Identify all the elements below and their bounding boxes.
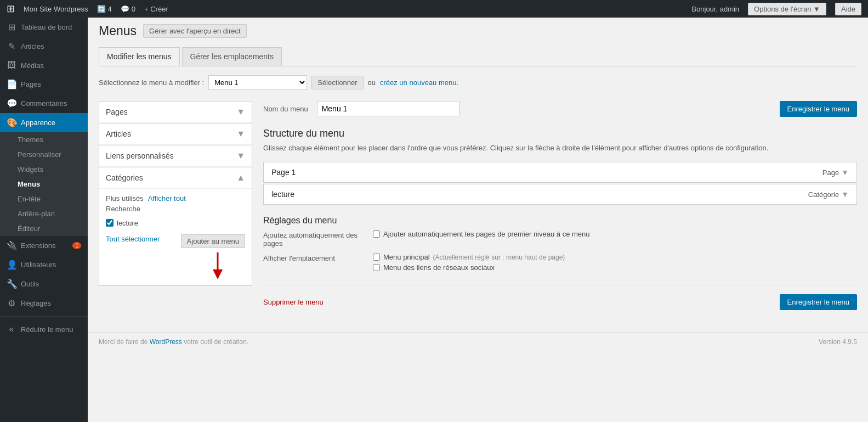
submenu-item-en-tete[interactable]: En-tête [0, 192, 88, 206]
search-label: Recherche [106, 205, 245, 213]
menu-item-row-page1: Page 1 Page ▼ [263, 162, 857, 183]
menu-name-label: Nom du menu [263, 105, 308, 113]
accordion-categories-arrow-icon: ▲ [236, 173, 245, 183]
greeting: Bonjour, admin [691, 5, 739, 13]
accordion-categories-label: Catégories [106, 173, 143, 182]
extensions-badge: 1 [72, 242, 81, 249]
menu-item-type-page1: Page [822, 168, 839, 177]
sidebar-item-label: Outils [21, 280, 81, 288]
menu-principal-text: Menu principal [383, 253, 430, 261]
site-name[interactable]: Mon Site Wordpress [24, 5, 88, 13]
outils-icon: 🔧 [7, 279, 16, 289]
or-text: ou [368, 78, 376, 87]
accordion-liens: Liens personnalisés ▼ [99, 145, 252, 167]
select-menu-button[interactable]: Sélectionner [311, 76, 363, 89]
tab-modifier[interactable]: Modifier les menus [99, 47, 180, 66]
categories-footer: Tout sélectionner Ajouter au menu [106, 234, 245, 248]
most-used-button[interactable]: Plus utilisés [106, 194, 144, 202]
articles-icon: ✎ [7, 41, 16, 52]
sidebar-item-medias[interactable]: 🖼 Médias [0, 56, 88, 75]
commentaires-icon: 💬 [7, 98, 16, 109]
submenu-item-widgets[interactable]: Widgets [0, 162, 88, 177]
accordion-pages-label: Pages [106, 108, 128, 116]
select-menu-row: Sélectionnez le menu à modifier : Menu 1… [99, 75, 857, 90]
auto-add-label: Ajoutez automatiquement des pages [263, 230, 373, 247]
auto-add-option-text: Ajouter automatiquement les pages de pre… [383, 230, 590, 238]
menu-name-input[interactable] [317, 101, 459, 116]
menu-item-name-page1: Page 1 [271, 168, 296, 177]
auto-add-checkbox-label[interactable]: Ajouter automatiquement les pages de pre… [373, 230, 857, 238]
comments-item[interactable]: 💬 0 [121, 5, 135, 13]
sidebar-item-pages[interactable]: 📄 Pages [0, 75, 88, 94]
pages-icon: 📄 [7, 79, 16, 89]
sidebar-item-outils[interactable]: 🔧 Outils [0, 274, 88, 294]
menu-select[interactable]: Menu 1 [208, 75, 307, 90]
submenu-item-personnaliser[interactable]: Personnaliser [0, 147, 88, 162]
menu-item-row-lecture: lecture Catégorie ▼ [263, 184, 857, 205]
submenu-item-editeur[interactable]: Éditeur [0, 221, 88, 236]
comments-count: 0 [132, 5, 135, 13]
accordion-categories-header[interactable]: Catégories ▲ [99, 167, 252, 189]
menu-item-expand-lecture-icon[interactable]: ▼ [841, 190, 849, 199]
show-all-link[interactable]: Afficher tout [148, 194, 186, 202]
create-item[interactable]: + Créer [144, 5, 168, 13]
sidebar-item-reglages[interactable]: ⚙ Réglages [0, 294, 88, 313]
menu-social-checkbox[interactable] [373, 264, 380, 271]
accordion-articles: Articles ▼ [99, 123, 252, 145]
submenu-item-menus[interactable]: Menus [0, 177, 88, 192]
tab-gerer[interactable]: Gérer les emplacements [182, 47, 282, 66]
updates-item[interactable]: 🔄 4 [97, 5, 112, 13]
apparence-submenu: Themes Personnaliser Widgets Menus En-tê… [0, 132, 88, 236]
accordion-liens-label: Liens personnalisés [106, 151, 174, 160]
accordion-articles-label: Articles [106, 130, 131, 138]
menu-name-row: Nom du menu Enregistrer le menu [263, 101, 857, 117]
accordion-articles-header[interactable]: Articles ▼ [99, 123, 252, 145]
display-location-label: Afficher l'emplacement [263, 253, 373, 262]
accordion-articles-arrow-icon: ▼ [236, 129, 245, 139]
save-menu-button-bottom[interactable]: Enregistrer le menu [780, 294, 857, 310]
sidebar-item-extensions[interactable]: 🔌 Extensions 1 [0, 236, 88, 255]
sidebar-item-utilisateurs[interactable]: 👤 Utilisateurs [0, 255, 88, 274]
screen-options-label: Options de l'écran [754, 5, 811, 13]
submenu-item-themes[interactable]: Themes [0, 132, 88, 147]
menu-item-type-lecture: Catégorie [808, 190, 839, 199]
sidebar-item-articles[interactable]: ✎ Articles [0, 37, 88, 56]
utilisateurs-icon: 👤 [7, 260, 16, 270]
footer-version: Version 4.9.5 [819, 338, 857, 346]
delete-menu-link[interactable]: Supprimer le menu [263, 298, 324, 306]
submenu-item-arriere-plan[interactable]: Arrière-plan [0, 206, 88, 221]
menu-principal-label[interactable]: Menu principal (Actuellement réglé sur :… [373, 253, 857, 261]
accordion-pages-header[interactable]: Pages ▼ [99, 102, 252, 123]
structure-title: Structure du menu [263, 128, 857, 139]
live-preview-button[interactable]: Gérer avec l'aperçu en direct [143, 24, 247, 38]
screen-options-arrow-icon: ▼ [813, 5, 820, 13]
sidebar-item-apparence[interactable]: 🎨 Apparence [0, 113, 88, 132]
menu-left-panel: Pages ▼ Articles ▼ Liens [99, 101, 252, 311]
menu-principal-checkbox[interactable] [373, 254, 380, 261]
sidebar-item-reduire[interactable]: « Réduire le menu [0, 320, 88, 339]
reglages-icon: ⚙ [7, 298, 16, 308]
help-button[interactable]: Aide [835, 3, 861, 15]
footer-left: Merci de faire de WordPress votre outil … [99, 338, 248, 346]
menu-social-label[interactable]: Menu des liens de réseaux sociaux [373, 263, 857, 272]
accordion-pages: Pages ▼ [99, 101, 252, 123]
wordpress-link[interactable]: WordPress [150, 338, 182, 346]
auto-add-checkbox[interactable] [373, 230, 380, 238]
sidebar-item-dashboard[interactable]: ⊞ Tableau de bord [0, 18, 88, 37]
sidebar-item-label: Extensions [21, 241, 68, 250]
category-checkbox-lecture[interactable] [106, 219, 114, 227]
add-to-menu-button[interactable]: Ajouter au menu [181, 234, 245, 248]
screen-options-button[interactable]: Options de l'écran ▼ [748, 3, 826, 15]
menu-item-expand-page1-icon[interactable]: ▼ [841, 168, 849, 177]
save-menu-button-top[interactable]: Enregistrer le menu [780, 101, 857, 117]
sidebar-item-commentaires[interactable]: 💬 Commentaires [0, 94, 88, 113]
accordion-liens-header[interactable]: Liens personnalisés ▼ [99, 145, 252, 167]
comments-icon: 💬 [121, 5, 129, 13]
select-all-link[interactable]: Tout sélectionner [106, 235, 160, 243]
create-menu-link[interactable]: créez un nouveau menu. [380, 78, 458, 87]
dashboard-icon: ⊞ [7, 22, 16, 32]
menu-principal-note: (Actuellement réglé sur : menu haut de p… [433, 254, 565, 261]
sidebar-item-label: Utilisateurs [21, 261, 81, 269]
updates-count: 4 [108, 5, 112, 13]
menu-social-text: Menu des liens de réseaux sociaux [383, 263, 495, 272]
